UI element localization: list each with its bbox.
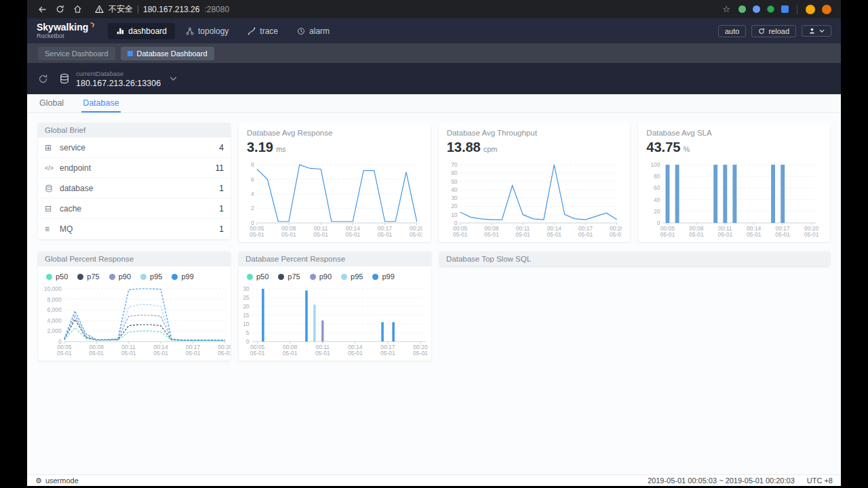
reload-icon — [758, 28, 765, 35]
svg-text:05-01: 05-01 — [345, 231, 360, 238]
address-separator — [138, 5, 138, 14]
time-range[interactable]: 2019-05-01 00:05:03 ~ 2019-05-01 00:20:0… — [648, 476, 795, 485]
extension-icon[interactable] — [753, 5, 760, 13]
svg-text:60: 60 — [451, 169, 458, 176]
svg-text:05-01: 05-01 — [578, 231, 593, 238]
brief-value: 1 — [219, 204, 224, 214]
address-bar[interactable]: 不安全 180.167.213.26:28080 — [95, 3, 717, 15]
p99-dot-icon — [172, 274, 178, 280]
svg-text:05-01: 05-01 — [281, 231, 296, 238]
nav-topology[interactable]: topology — [178, 23, 237, 39]
metric-title: Database Avg SLA — [646, 129, 822, 137]
svg-text:70: 70 — [451, 161, 458, 168]
metric-unit: cpm — [484, 145, 498, 153]
gear-icon[interactable]: ⚙ — [35, 476, 42, 485]
legend-p95[interactable]: p95 — [341, 272, 363, 281]
tab-label: Service Dashboard — [45, 49, 108, 58]
home-icon[interactable] — [69, 2, 85, 17]
svg-text:05-01: 05-01 — [689, 231, 704, 238]
legend-p90[interactable]: p90 — [310, 272, 332, 281]
brief-value: 1 — [219, 224, 224, 234]
profile-avatar[interactable] — [806, 5, 815, 14]
logo-title: Skywalking — [37, 22, 88, 32]
service-icon: ⊞ — [45, 143, 60, 152]
database-selector[interactable]: currentDatabase 180.167.213.26:13306 — [59, 70, 177, 88]
brief-value: 11 — [216, 163, 224, 173]
usermode-label[interactable]: usermode — [45, 476, 79, 485]
app-logo[interactable]: Skywalking Rocketbot — [37, 22, 94, 39]
p90-dot-icon — [109, 274, 115, 280]
brief-label: cache — [60, 204, 81, 214]
legend-p75[interactable]: p75 — [77, 272, 99, 281]
panel-title: Database Percent Response — [239, 251, 431, 266]
svg-text:05-01: 05-01 — [747, 231, 762, 238]
svg-text:0: 0 — [246, 338, 250, 345]
svg-text:05-01: 05-01 — [57, 350, 72, 357]
brief-label: service — [60, 143, 85, 152]
legend-p75[interactable]: p75 — [278, 272, 300, 281]
toolbar-divider — [797, 5, 797, 14]
security-warning[interactable]: 不安全 — [108, 3, 133, 15]
database-percent-chart: 05101520253000:0505-0100:0805-0100:1105-… — [239, 285, 431, 357]
tab-service-dashboard[interactable]: Service Dashboard — [38, 47, 115, 60]
svg-text:05-01: 05-01 — [413, 350, 428, 357]
svg-text:05-01: 05-01 — [610, 231, 623, 238]
nav-alarm[interactable]: alarm — [289, 23, 338, 39]
p50-dot-icon — [247, 274, 253, 280]
panel-title: Global Percent Response — [38, 251, 231, 266]
svg-text:05-01: 05-01 — [452, 231, 467, 238]
tab-global[interactable]: Global — [38, 94, 65, 113]
svg-text:6,000: 6,000 — [47, 306, 62, 313]
legend-p50[interactable]: p50 — [247, 272, 269, 281]
url-host: 180.167.213.26 — [143, 5, 199, 14]
back-icon[interactable] — [34, 2, 50, 17]
legend-p99[interactable]: p99 — [372, 272, 394, 281]
browser-menu-avatar[interactable] — [822, 5, 831, 14]
auto-button[interactable]: auto — [718, 25, 746, 37]
svg-text:05-01: 05-01 — [484, 231, 499, 238]
database-percent-response-panel: Database Percent Response p50 p75 p90 p9… — [239, 251, 431, 361]
dashboard-tabs-bar: Service Dashboard Database Dashboard — [27, 43, 841, 63]
svg-text:50: 50 — [451, 178, 458, 185]
svg-text:05-01: 05-01 — [250, 231, 264, 238]
svg-text:15: 15 — [243, 312, 250, 319]
url-port: :28080 — [204, 5, 229, 14]
svg-text:20: 20 — [451, 203, 458, 209]
extension-icon[interactable] — [781, 5, 789, 13]
timezone[interactable]: UTC +8 — [807, 476, 833, 485]
endpoint-icon: </> — [45, 165, 60, 171]
global-percent-response-panel: Global Percent Response p50 p75 p90 p95 … — [38, 251, 231, 361]
selector-texts: currentDatabase 180.167.213.26:13306 — [76, 70, 161, 88]
svg-text:10: 10 — [243, 321, 250, 327]
status-bar: ⚙ usermode 2019-05-01 00:05:03 ~ 2019-05… — [27, 474, 841, 486]
extension-icon[interactable] — [738, 5, 746, 13]
legend-p90[interactable]: p90 — [109, 272, 131, 281]
svg-text:05-01: 05-01 — [283, 350, 298, 357]
chevron-down-icon — [819, 28, 825, 34]
bookmark-star-icon[interactable]: ☆ — [718, 2, 734, 17]
svg-text:25: 25 — [243, 294, 250, 301]
tab-database[interactable]: Database — [81, 94, 121, 113]
metric-unit: ms — [276, 145, 286, 153]
nav-label: topology — [198, 26, 229, 36]
user-menu-button[interactable] — [802, 25, 831, 37]
refresh-icon[interactable] — [38, 74, 48, 84]
legend-p95[interactable]: p95 — [140, 272, 162, 281]
svg-text:05-01: 05-01 — [153, 350, 168, 357]
browser-reload-icon[interactable] — [52, 2, 68, 17]
panel-avg-sla: Database Avg SLA 43.75% 02040608010000:0… — [638, 123, 830, 242]
legend-p50[interactable]: p50 — [46, 272, 68, 281]
nav-label: trace — [260, 26, 278, 36]
tab-database-dashboard[interactable]: Database Dashboard — [121, 47, 214, 60]
nav-label: alarm — [309, 26, 330, 36]
svg-text:05-01: 05-01 — [515, 231, 530, 238]
chevron-down-icon — [170, 75, 177, 83]
reload-button[interactable]: reload — [751, 25, 796, 37]
nav-dashboard[interactable]: dashboard — [108, 23, 175, 39]
extension-icon[interactable] — [767, 5, 774, 13]
brief-label: endpoint — [60, 163, 91, 173]
svg-text:100: 100 — [651, 161, 660, 168]
legend-p99[interactable]: p99 — [172, 272, 193, 281]
nav-trace[interactable]: trace — [239, 23, 286, 39]
svg-text:80: 80 — [654, 173, 660, 180]
